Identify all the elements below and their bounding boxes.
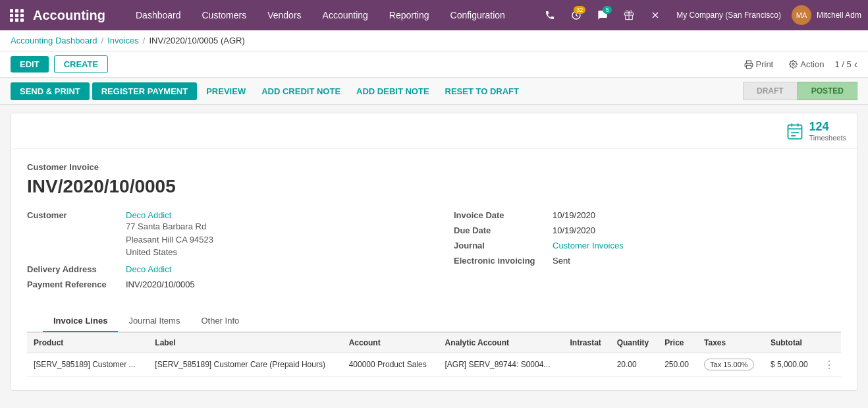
journal-value[interactable]: Customer Invoices	[553, 241, 624, 250]
cell-intrastat	[564, 353, 610, 376]
app-brand: Accounting	[33, 8, 105, 23]
tab-other-info[interactable]: Other Info	[190, 310, 250, 332]
table-row: [SERV_585189] Customer ... [SERV_585189]…	[27, 353, 841, 376]
print-icon	[744, 60, 753, 69]
timesheet-widget[interactable]: 124 Timesheets	[786, 120, 846, 142]
delivery-row: Delivery Address Deco Addict	[27, 264, 414, 274]
breadcrumb-invoices[interactable]: Invoices	[107, 36, 139, 45]
payment-ref-label: Payment Reference	[27, 279, 119, 289]
add-debit-note-button[interactable]: ADD DEBIT NOTE	[350, 82, 436, 100]
cell-account: 400000 Product Sales	[342, 353, 439, 376]
edit-button[interactable]: EDIT	[11, 56, 49, 73]
pagination-prev[interactable]: ‹	[854, 59, 857, 71]
col-subtotal: Subtotal	[764, 332, 817, 353]
timesheet-icon	[786, 122, 804, 140]
invoice-type: Customer Invoice	[27, 162, 841, 172]
company-name: My Company (San Francisco)	[671, 11, 786, 20]
register-payment-button[interactable]: REGISTER PAYMENT	[92, 82, 197, 100]
col-product: Product	[27, 332, 148, 353]
customer-label: Customer	[27, 210, 119, 220]
left-details: Customer Deco Addict 77 Santa Barbara Rd…	[27, 210, 414, 295]
cell-quantity: 20.00	[610, 353, 659, 376]
main-content: 124 Timesheets Customer Invoice INV/2020…	[0, 105, 868, 399]
create-button[interactable]: CREATE	[54, 55, 108, 73]
col-quantity: Quantity	[610, 332, 659, 353]
invoice-lines-table: Product Label Account Analytic Account I…	[27, 332, 841, 377]
customer-addr1: 77 Santa Barbara Rd	[126, 220, 213, 233]
apps-menu-icon[interactable]	[7, 5, 28, 26]
payment-ref-value: INV/2020/10/0005	[126, 279, 195, 289]
einvoice-value: Sent	[553, 256, 570, 266]
col-account: Account	[342, 332, 439, 353]
cell-price: 250.00	[658, 353, 697, 376]
timesheet-label: Timesheets	[809, 134, 846, 142]
customer-addr3: United States	[126, 246, 213, 259]
step-posted: POSTED	[798, 82, 857, 100]
breadcrumb-current: INV/2020/10/0005 (AGR)	[149, 36, 244, 45]
card-body: Customer Invoice INV/2020/10/0005 Custom…	[11, 149, 857, 390]
top-navigation: Accounting Dashboard Customers Vendors A…	[0, 0, 868, 30]
clock-icon[interactable]: 32	[566, 5, 587, 26]
row-menu-icon[interactable]: ⋮	[824, 359, 834, 370]
cell-subtotal: $ 5,000.00	[764, 353, 817, 376]
tab-journal-items[interactable]: Journal Items	[118, 310, 190, 332]
cell-label: [SERV_585189] Customer Care (Prepaid Hou…	[148, 353, 342, 376]
step-draft: DRAFT	[743, 82, 798, 100]
breadcrumb-dashboard[interactable]: Accounting Dashboard	[11, 36, 97, 45]
row-actions-menu[interactable]: ⋮	[817, 353, 841, 376]
invoice-date-row: Invoice Date 10/19/2020	[454, 210, 841, 220]
invoice-tabs: Invoice Lines Journal Items Other Info	[27, 310, 841, 332]
nav-right-area: 32 5 My Company (San Francisco) MA Mitch…	[539, 5, 861, 26]
journal-row: Journal Customer Invoices	[454, 241, 841, 250]
col-taxes: Taxes	[697, 332, 764, 353]
send-print-button[interactable]: SEND & PRINT	[11, 82, 90, 100]
pagination: 1 / 5 ‹	[834, 59, 857, 71]
svg-rect-3	[788, 125, 801, 138]
add-credit-note-button[interactable]: ADD CREDIT NOTE	[255, 82, 347, 100]
user-name: Mitchell Adm	[817, 11, 861, 20]
delivery-name[interactable]: Deco Addict	[126, 264, 171, 274]
table-header-row: Product Label Account Analytic Account I…	[27, 332, 841, 353]
chat-icon[interactable]: 5	[592, 5, 613, 26]
action-bar: EDIT CREATE Print Action 1 / 5 ‹	[0, 51, 868, 78]
gift-icon[interactable]	[618, 5, 639, 26]
cell-product: [SERV_585189] Customer ...	[27, 353, 148, 376]
invoice-number: INV/2020/10/0005	[27, 176, 841, 197]
card-header: 124 Timesheets	[11, 113, 857, 149]
svg-point-2	[792, 63, 794, 65]
close-icon[interactable]	[645, 5, 666, 26]
col-analytic: Analytic Account	[438, 332, 563, 353]
delivery-label: Delivery Address	[27, 264, 119, 274]
due-date-row: Due Date 10/19/2020	[454, 225, 841, 235]
invoice-card: 124 Timesheets Customer Invoice INV/2020…	[11, 113, 857, 391]
tab-invoice-lines[interactable]: Invoice Lines	[43, 310, 118, 332]
einvoice-row: Electronic invoicing Sent	[454, 256, 841, 266]
status-steps: DRAFT POSTED	[743, 82, 857, 100]
cell-analytic: [AGR] SERV_89744: S0004...	[438, 353, 563, 376]
nav-dashboard[interactable]: Dashboard	[125, 0, 192, 30]
customer-name[interactable]: Deco Addict	[126, 210, 213, 220]
nav-customers[interactable]: Customers	[192, 0, 258, 30]
einvoice-label: Electronic invoicing	[454, 256, 546, 266]
nav-reporting[interactable]: Reporting	[379, 0, 440, 30]
due-date-label: Due Date	[454, 225, 546, 235]
payment-ref-row: Payment Reference INV/2020/10/0005	[27, 279, 414, 289]
main-nav-menu: Dashboard Customers Vendors Accounting R…	[125, 0, 539, 30]
gear-icon	[789, 60, 798, 69]
preview-button[interactable]: PREVIEW	[200, 82, 252, 100]
print-button[interactable]: Print	[739, 57, 779, 72]
phone-icon[interactable]	[539, 5, 560, 26]
action-button[interactable]: Action	[784, 57, 829, 72]
reset-to-draft-button[interactable]: RESET TO DRAFT	[439, 82, 526, 100]
user-avatar[interactable]: MA	[792, 5, 811, 25]
nav-accounting[interactable]: Accounting	[312, 0, 379, 30]
clock-badge: 32	[574, 6, 585, 14]
chat-badge: 5	[603, 6, 612, 14]
nav-configuration[interactable]: Configuration	[440, 0, 516, 30]
breadcrumb: Accounting Dashboard / Invoices / INV/20…	[0, 30, 868, 51]
col-intrastat: Intrastat	[564, 332, 610, 353]
invoice-date-label: Invoice Date	[454, 210, 546, 220]
invoice-date-value: 10/19/2020	[553, 210, 595, 220]
journal-label: Journal	[454, 241, 546, 250]
nav-vendors[interactable]: Vendors	[257, 0, 312, 30]
